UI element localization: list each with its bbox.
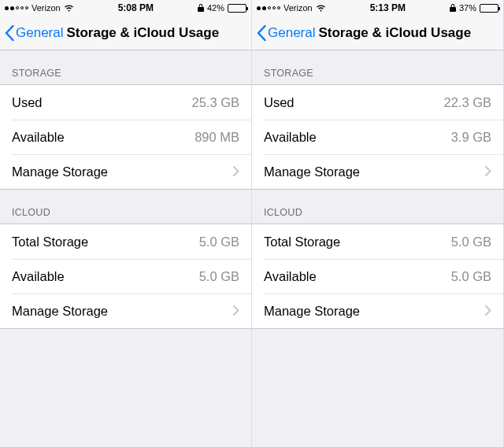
chevron-left-icon: [5, 25, 14, 41]
chevron-right-icon: [233, 164, 239, 179]
back-button[interactable]: General: [257, 25, 315, 41]
icloud-available-row: Available 5.0 GB: [252, 259, 503, 294]
icloud-total-label: Total Storage: [12, 235, 88, 249]
back-label: General: [16, 25, 63, 41]
manage-storage-label: Manage Storage: [264, 164, 360, 179]
chevron-right-icon: [485, 304, 491, 319]
content-area: STORAGE Used 22.3 GB Available 3.9 GB Ma…: [252, 50, 503, 447]
storage-section-header: STORAGE: [0, 50, 251, 84]
signal-dots-icon: [257, 6, 280, 10]
storage-available-label: Available: [264, 130, 317, 145]
manage-storage-row[interactable]: Manage Storage: [252, 154, 503, 189]
storage-group: Used 22.3 GB Available 3.9 GB Manage Sto…: [252, 84, 503, 190]
screen-left: Verizon 5:08 PM 42% General Storage & iC…: [0, 0, 252, 447]
status-bar: Verizon 5:13 PM 37%: [252, 0, 503, 16]
carrier-label: Verizon: [32, 3, 61, 13]
battery-pct-label: 42%: [207, 3, 224, 13]
manage-storage-label: Manage Storage: [12, 164, 108, 179]
manage-icloud-row[interactable]: Manage Storage: [0, 294, 251, 328]
storage-used-row: Used 22.3 GB: [252, 85, 503, 120]
icloud-section-header: ICLOUD: [0, 190, 251, 224]
content-area: STORAGE Used 25.3 GB Available 890 MB Ma…: [0, 50, 251, 447]
battery-icon: [480, 4, 498, 13]
icloud-total-value: 5.0 GB: [199, 235, 239, 249]
status-left: Verizon: [5, 3, 74, 13]
status-bar: Verizon 5:08 PM 42%: [0, 0, 251, 16]
storage-available-value: 890 MB: [195, 130, 239, 145]
storage-used-row: Used 25.3 GB: [0, 85, 251, 120]
manage-icloud-row[interactable]: Manage Storage: [252, 294, 503, 328]
page-title: Storage & iCloud Usage: [318, 25, 471, 41]
storage-available-value: 3.9 GB: [451, 130, 491, 145]
storage-available-row: Available 3.9 GB: [252, 120, 503, 154]
status-right: 37%: [450, 3, 498, 13]
storage-section-header: STORAGE: [252, 50, 503, 84]
chevron-left-icon: [257, 25, 266, 41]
icloud-section-header: ICLOUD: [252, 190, 503, 224]
icloud-available-value: 5.0 GB: [451, 269, 491, 284]
nav-bar: General Storage & iCloud Usage: [0, 16, 251, 50]
carrier-label: Verizon: [284, 3, 313, 13]
icloud-total-row: Total Storage 5.0 GB: [252, 224, 503, 259]
icloud-total-label: Total Storage: [264, 235, 340, 249]
screen-right: Verizon 5:13 PM 37% General Storage & iC…: [252, 0, 504, 447]
storage-used-value: 25.3 GB: [191, 95, 239, 110]
storage-used-label: Used: [12, 95, 43, 110]
signal-dots-icon: [5, 6, 28, 10]
storage-used-value: 22.3 GB: [443, 95, 491, 110]
storage-available-label: Available: [12, 130, 65, 145]
page-title: Storage & iCloud Usage: [66, 25, 219, 41]
icloud-group: Total Storage 5.0 GB Available 5.0 GB Ma…: [0, 224, 251, 329]
icloud-total-value: 5.0 GB: [451, 235, 491, 249]
icloud-available-label: Available: [12, 269, 65, 284]
wifi-icon: [64, 4, 74, 12]
battery-icon: [228, 4, 246, 13]
clock-label: 5:08 PM: [118, 2, 154, 13]
chevron-right-icon: [233, 304, 239, 319]
back-button[interactable]: General: [5, 25, 63, 41]
status-left: Verizon: [257, 3, 326, 13]
icloud-total-row: Total Storage 5.0 GB: [0, 224, 251, 259]
back-label: General: [268, 25, 315, 41]
lock-icon: [450, 4, 456, 12]
chevron-right-icon: [485, 164, 491, 179]
storage-used-label: Used: [264, 95, 295, 110]
nav-bar: General Storage & iCloud Usage: [252, 16, 503, 50]
status-right: 42%: [198, 3, 246, 13]
manage-icloud-label: Manage Storage: [12, 304, 108, 319]
battery-pct-label: 37%: [459, 3, 476, 13]
storage-group: Used 25.3 GB Available 890 MB Manage Sto…: [0, 84, 251, 190]
icloud-available-label: Available: [264, 269, 317, 284]
storage-available-row: Available 890 MB: [0, 120, 251, 154]
wifi-icon: [316, 4, 326, 12]
manage-storage-row[interactable]: Manage Storage: [0, 154, 251, 189]
icloud-group: Total Storage 5.0 GB Available 5.0 GB Ma…: [252, 224, 503, 329]
icloud-available-value: 5.0 GB: [199, 269, 239, 284]
manage-icloud-label: Manage Storage: [264, 304, 360, 319]
clock-label: 5:13 PM: [370, 2, 406, 13]
icloud-available-row: Available 5.0 GB: [0, 259, 251, 294]
lock-icon: [198, 4, 204, 12]
